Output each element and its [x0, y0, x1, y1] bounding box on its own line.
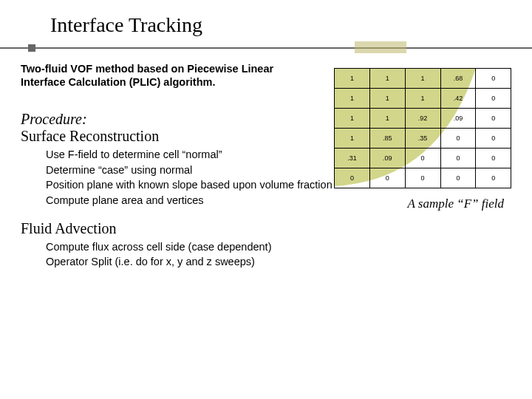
cell: 1 [369, 89, 405, 109]
intro-line1: Two-fluid VOF method based on Piecewise … [21, 63, 273, 75]
cell: 1 [369, 69, 405, 89]
cell: .68 [440, 69, 476, 89]
cell: .31 [335, 149, 370, 168]
table-row: 0 0 0 0 0 [335, 168, 511, 188]
cell: 0 [440, 168, 476, 188]
intro-text: Two-fluid VOF method based on Piecewise … [21, 62, 301, 89]
table-caption: A sample “F” field [408, 197, 505, 211]
cell: 1 [369, 109, 405, 129]
title-divider [0, 44, 532, 52]
table-row: 1 .85 .35 0 0 [335, 129, 511, 149]
intro-line2: Interface Calculation (PLIC) algorithm. [21, 76, 215, 88]
table-row: .31 .09 0 0 0 [335, 149, 511, 168]
cell: 1 [405, 89, 440, 109]
cell: 0 [476, 69, 511, 89]
table-row: 1 1 1 .42 0 [335, 89, 511, 109]
cell: 0 [369, 168, 405, 188]
cell: 1 [335, 109, 370, 129]
page-title: Interface Tracking [50, 13, 532, 37]
cell: 1 [335, 89, 370, 109]
cell: 0 [476, 89, 511, 109]
cell: .09 [369, 149, 405, 168]
procedure-subhead: Surface Reconstruction [21, 128, 159, 144]
cell: 1 [405, 69, 440, 89]
cell: 0 [440, 149, 476, 168]
cell: 0 [476, 109, 511, 129]
advection-list: Compute flux across cell side (case depe… [46, 240, 511, 270]
cell: 1 [335, 129, 370, 149]
cell: .92 [405, 109, 440, 129]
list-item: Compute flux across cell side (case depe… [46, 240, 511, 255]
f-field-table: 1 1 1 .68 0 1 1 1 .42 0 1 1 .92 .09 0 [334, 68, 511, 188]
f-field-table-wrap: 1 1 1 .68 0 1 1 1 .42 0 1 1 .92 .09 0 [334, 68, 511, 188]
divider-bullet [28, 44, 35, 52]
cell: .42 [440, 89, 476, 109]
cell: .35 [405, 129, 440, 149]
cell: 0 [405, 168, 440, 188]
cell: 1 [335, 69, 370, 89]
cell: 0 [476, 168, 511, 188]
list-item: Operator Split (i.e. do for x, y and z s… [46, 255, 511, 270]
cell: .09 [440, 109, 476, 129]
cell: 0 [335, 168, 370, 188]
cell: 0 [476, 129, 511, 149]
procedure-label: Procedure: [21, 111, 87, 127]
slide: Interface Tracking Two-fluid VOF method … [0, 0, 532, 399]
cell: 0 [440, 129, 476, 149]
table-row: 1 1 1 .68 0 [335, 69, 511, 89]
cell: .85 [369, 129, 405, 149]
divider-line [0, 47, 532, 49]
cell: 0 [476, 149, 511, 168]
cell: 0 [405, 149, 440, 168]
section-advection-head: Fluid Advection [21, 220, 511, 237]
table-row: 1 1 .92 .09 0 [335, 109, 511, 129]
title-area: Interface Tracking [0, 0, 532, 37]
